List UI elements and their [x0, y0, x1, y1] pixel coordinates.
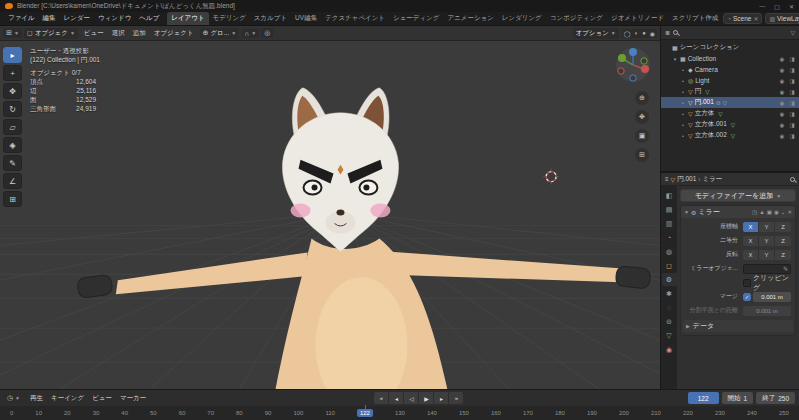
workspace-tab-compositing[interactable]: コンポジティング — [546, 12, 607, 25]
viewport-canvas[interactable]: ▸+✥↻▱◈✎∠⊞ ユーザー・透視投影 (122) Collection | 円… — [0, 41, 660, 389]
hide-viewport-eye-icon[interactable]: ◉ — [778, 100, 786, 106]
current-frame-field[interactable]: 122 — [688, 392, 719, 404]
workspace-tab-uv-editing[interactable]: UV編集 — [291, 12, 321, 25]
hide-viewport-eye-icon[interactable]: ◉ — [778, 111, 786, 117]
expand-arrow-icon[interactable]: • — [680, 100, 686, 106]
properties-tab-object[interactable]: ◻ — [662, 259, 677, 272]
bisect-y-toggle[interactable]: Y — [759, 236, 775, 246]
flip-y-toggle[interactable]: Y — [759, 250, 775, 260]
expand-arrow-icon[interactable]: • — [680, 122, 686, 128]
gizmo-z-axis[interactable] — [629, 48, 637, 56]
properties-tab-physics[interactable]: ◌ — [662, 301, 677, 314]
navigation-gizmo[interactable] — [614, 46, 652, 84]
hide-viewport-eye-icon[interactable]: ◉ — [778, 56, 786, 62]
options-dropdown[interactable]: オプション ▼ — [573, 28, 619, 39]
menu-render[interactable]: レンダー — [60, 13, 94, 24]
jump-to-end-button[interactable]: » — [449, 392, 463, 404]
workspace-tab-texture-paint[interactable]: テクスチャペイント — [321, 12, 389, 25]
annotate-tool[interactable]: ✎ — [3, 155, 22, 171]
shading-wireframe-icon[interactable]: ◯ — [622, 29, 633, 38]
modifier-render-icon[interactable]: ◉ — [774, 209, 779, 215]
scale-tool[interactable]: ▱ — [3, 119, 22, 135]
measure-tool[interactable]: ∠ — [3, 173, 22, 189]
disable-render-camera-icon[interactable]: ◨ — [788, 111, 796, 117]
menu-object[interactable]: オブジェクト — [150, 28, 198, 39]
jump-to-start-button[interactable]: « — [374, 392, 388, 404]
flip-x-toggle[interactable]: X — [743, 250, 759, 260]
bisect-x-toggle[interactable]: X — [743, 236, 759, 246]
modifier-edit-mode-icon[interactable]: ▲ — [759, 209, 764, 215]
expand-arrow-icon[interactable]: • — [680, 111, 686, 117]
filter-icon[interactable]: ▽ — [790, 29, 795, 36]
menu-select[interactable]: 選択 — [108, 28, 129, 39]
outliner-search-input[interactable] — [681, 28, 787, 37]
timeline-ruler[interactable]: 0102030405060708090100110122130140150160… — [0, 406, 799, 420]
outliner-row-light[interactable]: • ◎ Light ◉ ◨ — [661, 75, 799, 86]
transform-tool[interactable]: ◈ — [3, 137, 22, 153]
axis-y-toggle[interactable]: Y — [759, 222, 775, 232]
workspace-tab-geometry-nodes[interactable]: ジオメトリノード — [607, 12, 668, 25]
snap-toggle[interactable]: ∩ ▼ — [241, 29, 259, 38]
search-icon[interactable] — [673, 30, 678, 35]
frame-end-field[interactable]: 終了 250 — [756, 392, 795, 404]
move-tool[interactable]: ✥ — [3, 83, 22, 99]
disable-render-camera-icon[interactable]: ◨ — [788, 56, 796, 62]
menu-help[interactable]: ヘルプ — [135, 13, 163, 24]
outliner-editor-icon[interactable]: ≣ — [665, 29, 670, 36]
proportional-edit-toggle[interactable]: ◎ — [261, 28, 273, 38]
prev-keyframe-button[interactable]: ◂ — [389, 392, 403, 404]
properties-tab-world[interactable]: ◍ — [662, 245, 677, 258]
next-keyframe-button[interactable]: ▸ — [434, 392, 448, 404]
disable-render-camera-icon[interactable]: ◨ — [788, 100, 796, 106]
disable-render-camera-icon[interactable]: ◨ — [788, 89, 796, 95]
properties-tab-view-layer[interactable]: ▥ — [662, 217, 677, 230]
workspace-tab-animation[interactable]: アニメーション — [443, 12, 497, 25]
outliner-row-camera[interactable]: • ◆ Camera ◉ ◨ — [661, 64, 799, 75]
mode-selector[interactable]: ◻ オブジェク ▼ — [24, 28, 78, 39]
workspace-tab-rendering[interactable]: レンダリング — [498, 12, 546, 25]
eyedropper-icon[interactable]: ✎ — [783, 265, 788, 272]
outliner-row-cube-002[interactable]: • ▽ 立方体.002 ▽ ◉ ◨ — [661, 130, 799, 141]
search-icon[interactable] — [790, 177, 795, 182]
view-layer-selector[interactable]: ▥ ViewLayer ✕ — [765, 13, 799, 24]
properties-tab-modifiers[interactable]: ⚙ — [662, 273, 677, 286]
properties-tab-material[interactable]: ◉ — [662, 343, 677, 356]
properties-tab-object-data[interactable]: ▽ — [662, 329, 677, 342]
add-cube-tool[interactable]: ⊞ — [3, 191, 22, 207]
outliner-row-scene-collection[interactable]: ▦ シーンコレクション — [661, 42, 799, 53]
disable-render-camera-icon[interactable]: ◨ — [788, 67, 796, 73]
menu-playback[interactable]: 再生 — [26, 393, 47, 404]
workspace-tab-modeling[interactable]: モデリング — [209, 12, 250, 25]
menu-file[interactable]: ファイル — [4, 13, 39, 24]
perspective-toggle-icon[interactable]: ⊞ — [635, 148, 649, 162]
properties-tab-render[interactable]: ◧ — [662, 189, 677, 202]
camera-view-icon[interactable]: ▣ — [635, 129, 649, 143]
hide-viewport-eye-icon[interactable]: ◉ — [778, 122, 786, 128]
disable-render-camera-icon[interactable]: ◨ — [788, 122, 796, 128]
outliner-row-cube[interactable]: • ▽ 立方体 ▽ ◉ ◨ — [661, 108, 799, 119]
minimize-button[interactable]: — — [759, 3, 765, 10]
workspace-tab-sculpting[interactable]: スカルプト — [250, 12, 291, 25]
scene-unlink-icon[interactable]: ✕ — [753, 15, 758, 22]
shading-solid-icon[interactable]: ◐ — [633, 29, 641, 38]
bisect-z-toggle[interactable]: Z — [775, 236, 791, 246]
expand-arrow-icon[interactable]: ▼ — [684, 209, 689, 215]
frame-start-field[interactable]: 開始 1 — [722, 392, 754, 404]
properties-tab-particles[interactable]: ✱ — [662, 287, 677, 300]
expand-arrow-icon[interactable]: • — [680, 78, 686, 84]
menu-timeline-view[interactable]: ビュー — [88, 393, 116, 404]
workspace-tab-layout[interactable]: レイアウト — [167, 12, 208, 25]
editor-type-selector[interactable]: ⊞ ▼ — [3, 28, 22, 38]
scene-selector[interactable]: ◔ Scene ✕ — [723, 13, 762, 24]
properties-tab-output[interactable]: ▤ — [662, 203, 677, 216]
disable-render-camera-icon[interactable]: ◨ — [788, 133, 796, 139]
character-right-hand[interactable] — [77, 274, 113, 298]
modifier-on-cage-icon[interactable]: ◳ — [752, 209, 757, 215]
axis-x-toggle[interactable]: X — [743, 222, 759, 232]
axis-z-toggle[interactable]: Z — [775, 222, 791, 232]
menu-view[interactable]: ビュー — [80, 28, 108, 39]
menu-marker[interactable]: マーカー — [116, 393, 150, 404]
properties-tab-constraints[interactable]: ⊜ — [662, 315, 677, 328]
menu-add[interactable]: 追加 — [129, 28, 150, 39]
menu-edit[interactable]: 編集 — [39, 13, 60, 24]
